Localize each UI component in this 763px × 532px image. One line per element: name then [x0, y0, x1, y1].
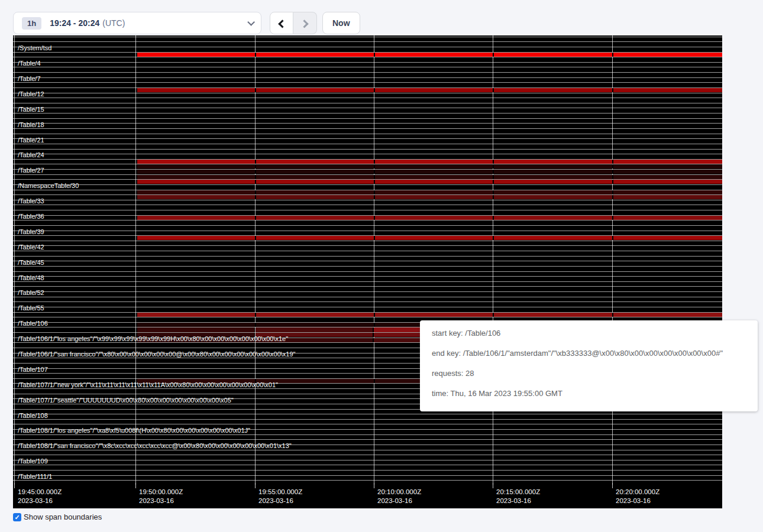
heatmap-band[interactable] [137, 88, 722, 92]
toolbar: 1h 19:24 - 20:24 (UTC) Now [0, 0, 763, 35]
time-gridline [135, 35, 136, 485]
prev-time-button[interactable] [270, 12, 293, 34]
band-gridline-break [612, 53, 613, 57]
band-gridline-break [255, 313, 256, 317]
row-label: /Table/55 [18, 304, 44, 312]
time-gridline [493, 35, 493, 485]
band-gridline-break [255, 216, 256, 220]
row-label: /Table/52 [18, 289, 44, 296]
span-boundary-line [13, 455, 722, 455]
band-gridline-break [493, 170, 494, 174]
band-gridline-break [493, 236, 494, 240]
axis-time-label: 20:10:00.000Z [377, 488, 421, 496]
span-boundary-line [13, 225, 722, 226]
tooltip-requests: requests: 28 [432, 369, 746, 378]
span-boundary-line [13, 301, 722, 302]
row-label: /Table/106/1/"san francisco"/"\x80\x00\x… [18, 351, 296, 358]
span-boundary-line [13, 419, 722, 420]
span-boundary-line [13, 480, 722, 481]
heatmap-band[interactable] [137, 164, 722, 168]
row-label: /Table/106 [18, 320, 48, 327]
band-gridline-break [493, 53, 494, 57]
heatmap-band[interactable] [137, 53, 722, 57]
heatmap-band[interactable] [137, 180, 722, 184]
row-label: /Table/21 [18, 137, 44, 144]
band-gridline-break [374, 236, 375, 240]
show-span-boundaries-checkbox[interactable]: ✓ [13, 513, 21, 521]
time-range-text: 19:24 - 20:24 [50, 18, 99, 28]
span-boundary-line [13, 317, 722, 317]
heatmap-band[interactable] [137, 170, 722, 174]
span-boundary-line [13, 72, 722, 73]
span-boundary-line [13, 123, 722, 124]
heatmap-band[interactable] [256, 327, 373, 332]
band-gridline-break [255, 164, 256, 168]
axis-date-label: 2023-03-16 [377, 497, 412, 505]
span-boundary-line [13, 266, 722, 267]
span-boundary-line [13, 62, 722, 63]
row-label: /System/tsd [18, 44, 51, 51]
row-label: /Table/48 [18, 274, 44, 281]
span-boundary-line [13, 134, 722, 134]
heatmap-band[interactable] [137, 216, 722, 220]
footer: ✓ Show span boundaries [13, 512, 102, 521]
band-gridline-break [374, 323, 375, 327]
row-label: /Table/107/1/"seattle"/"UUUUUUUD\x00\x80… [18, 397, 234, 404]
span-boundary-line [13, 113, 722, 113]
row-label: /Table/12 [18, 90, 44, 98]
band-gridline-break [612, 175, 613, 179]
band-gridline-break [255, 323, 256, 327]
time-range-select[interactable]: 1h 19:24 - 20:24 (UTC) [13, 12, 261, 34]
chevron-down-icon [247, 18, 255, 26]
span-boundary-line [13, 128, 722, 129]
band-gridline-break [374, 190, 375, 194]
span-boundary-line [13, 465, 722, 465]
heatmap-band[interactable] [137, 160, 722, 164]
axis-time-label: 19:45:00.000Z [18, 488, 62, 496]
band-gridline-break [374, 379, 375, 383]
span-boundary-line [13, 108, 722, 108]
band-gridline-break [612, 88, 613, 92]
next-time-button-disabled[interactable] [293, 12, 317, 34]
row-label: /Table/15 [18, 106, 44, 113]
heatmap-band[interactable] [137, 313, 722, 317]
band-gridline-break [255, 195, 256, 199]
band-gridline-break [374, 175, 375, 179]
band-gridline-break [612, 313, 613, 317]
row-label: /Table/108/1/"san francisco"/"\x8c\xcc\x… [18, 442, 292, 449]
band-gridline-break [374, 195, 375, 199]
axis-tick [493, 483, 493, 488]
span-boundary-line [13, 434, 722, 435]
show-span-boundaries-label: Show span boundaries [24, 512, 102, 521]
band-gridline-break [493, 216, 494, 220]
span-boundary-line [13, 307, 722, 307]
band-gridline-break [374, 180, 375, 184]
tooltip-start-key: start key: /Table/106 [432, 329, 746, 338]
heatmap-band[interactable] [137, 327, 254, 332]
span-boundary-line [13, 184, 722, 185]
row-label: /Table/4 [18, 60, 41, 67]
band-gridline-break [374, 160, 375, 164]
heatmap-band[interactable] [137, 190, 722, 194]
span-boundary-line [13, 281, 722, 282]
span-boundary-line [13, 57, 722, 57]
axis-time-label: 20:15:00.000Z [496, 488, 540, 496]
heatmap-plot[interactable]: /System/tsd/Table/4/Table/7/Table/12/Tab… [13, 35, 722, 485]
row-label: /Table/108 [18, 412, 48, 419]
span-boundary-line [13, 231, 722, 231]
axis-time-label: 20:20:00.000Z [616, 488, 659, 496]
now-button[interactable]: Now [322, 12, 360, 34]
band-gridline-break [374, 313, 375, 317]
heatmap-band[interactable] [137, 236, 722, 240]
span-boundary-line [13, 144, 722, 144]
span-boundary-line [13, 205, 722, 205]
key-visualizer-heatmap[interactable]: /System/tsd/Table/4/Table/7/Table/12/Tab… [13, 35, 722, 508]
span-boundary-line [13, 291, 722, 292]
span-boundary-line [13, 261, 722, 261]
heatmap-band[interactable] [137, 195, 722, 199]
heatmap-band[interactable] [137, 175, 722, 179]
span-boundary-line [13, 256, 722, 257]
band-gridline-break [374, 170, 375, 174]
axis-tick [255, 483, 256, 488]
span-boundary-line [13, 414, 722, 414]
